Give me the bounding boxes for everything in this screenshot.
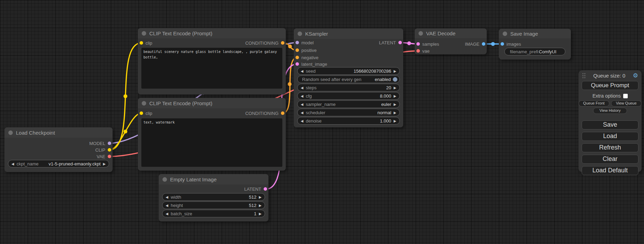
decrement-arrow-icon[interactable]: ◀	[301, 94, 303, 98]
output-slot-model[interactable]: MODEL	[89, 140, 111, 147]
denoise-widget[interactable]: ◀ denoise 1.000 ▶	[297, 117, 400, 125]
latent-input-dot[interactable]	[416, 42, 420, 46]
drag-handle-icon[interactable]	[582, 73, 586, 79]
node-header[interactable]: Load Checkpoint	[5, 127, 113, 138]
conditioning-output-dot[interactable]	[281, 111, 284, 115]
node-collapse-dot-icon[interactable]	[162, 177, 167, 182]
steps-widget[interactable]: ◀ steps 20 ▶	[297, 84, 400, 91]
input-slot-clip[interactable]: clip	[140, 110, 152, 117]
sampler-name-widget[interactable]: ◀ sampler_name euler ▶	[297, 100, 400, 108]
decrement-arrow-icon[interactable]: ◀	[166, 212, 168, 216]
queue-prompt-button[interactable]: Queue Prompt	[582, 81, 638, 90]
settings-gear-icon[interactable]: ⚙	[633, 73, 638, 79]
clip-input-dot[interactable]	[140, 41, 143, 45]
node-collapse-dot-icon[interactable]	[8, 130, 13, 135]
output-slot-latent[interactable]: LATENT	[244, 186, 267, 192]
latent-output-dot[interactable]	[264, 187, 267, 191]
cfg-widget[interactable]: ◀ cfg 8.000 ▶	[297, 92, 400, 100]
queue-front-button[interactable]: Queue Front	[579, 100, 609, 107]
node-clip-text-encode-positive[interactable]: CLIP Text Encode (Prompt) clip CONDITION…	[138, 28, 286, 94]
node-graph-canvas[interactable]: Load Checkpoint MODEL CLIP VAE ◀ ckpt_na…	[0, 0, 644, 244]
filename-prefix-widget[interactable]: filename_prefix ComfyUI	[504, 48, 565, 55]
conditioning-input-dot[interactable]	[295, 48, 299, 52]
queue-panel[interactable]: Queue size: 0 ⚙ Queue Prompt Extra optio…	[579, 70, 642, 172]
node-collapse-dot-icon[interactable]	[298, 31, 302, 36]
node-header[interactable]: CLIP Text Encode (Prompt)	[138, 28, 286, 38]
view-history-button[interactable]: View History	[593, 108, 627, 114]
vae-input-dot[interactable]	[416, 49, 420, 53]
node-header[interactable]: Save Image	[499, 29, 571, 38]
conditioning-output-dot[interactable]	[281, 41, 284, 45]
node-save-image[interactable]: Save Image images filename_prefix ComfyU…	[499, 29, 571, 60]
prompt-textarea[interactable]: text, watermark	[141, 118, 282, 167]
node-collapse-dot-icon[interactable]	[418, 31, 423, 36]
decrement-arrow-icon[interactable]: ◀	[301, 102, 303, 106]
node-load-checkpoint[interactable]: Load Checkpoint MODEL CLIP VAE ◀ ckpt_na…	[5, 127, 113, 172]
prompt-textarea[interactable]: beautiful scenery nature glass bottle la…	[141, 48, 282, 89]
increment-arrow-icon[interactable]: ▶	[103, 162, 106, 166]
input-slot-latent-image[interactable]: latent_image	[295, 61, 327, 67]
load-default-button[interactable]: Load Default	[582, 166, 638, 175]
decrement-arrow-icon[interactable]: ◀	[166, 204, 168, 207]
scheduler-widget[interactable]: ◀ scheduler normal ▶	[297, 109, 400, 116]
output-slot-image[interactable]: IMAGE	[465, 40, 485, 47]
input-slot-negative[interactable]: negative	[295, 54, 318, 61]
node-empty-latent-image[interactable]: Empty Latent Image LATENT ◀ width 512 ▶ …	[159, 174, 268, 222]
vae-output-dot[interactable]	[108, 155, 111, 158]
input-slot-images[interactable]: images	[501, 40, 521, 47]
toggle-on-icon[interactable]	[393, 77, 397, 82]
increment-arrow-icon[interactable]: ▶	[259, 195, 262, 199]
view-queue-button[interactable]: View Queue	[611, 100, 642, 107]
input-slot-model[interactable]: model	[295, 39, 314, 46]
input-slot-samples[interactable]: samples	[416, 40, 439, 47]
node-header[interactable]: CLIP Text Encode (Prompt)	[138, 98, 286, 108]
node-vae-decode[interactable]: VAE Decode samples IMAGE vae	[415, 28, 487, 54]
node-clip-text-encode-negative[interactable]: CLIP Text Encode (Prompt) clip CONDITION…	[138, 98, 286, 171]
increment-arrow-icon[interactable]: ▶	[259, 204, 262, 207]
output-slot-vae[interactable]: VAE	[97, 153, 111, 160]
input-slot-clip[interactable]: clip	[140, 39, 152, 46]
seed-widget[interactable]: ◀ seed 156680208700286 ▶	[297, 67, 400, 75]
extra-options-checkbox[interactable]	[623, 94, 628, 98]
node-collapse-dot-icon[interactable]	[142, 31, 146, 36]
ckpt-name-widget[interactable]: ◀ ckpt_name v1-5-pruned-emaonly.ckpt ▶	[8, 160, 109, 168]
increment-arrow-icon[interactable]: ▶	[394, 94, 396, 98]
output-slot-conditioning[interactable]: CONDITIONING	[245, 110, 284, 117]
node-collapse-dot-icon[interactable]	[503, 31, 507, 36]
decrement-arrow-icon[interactable]: ◀	[301, 111, 303, 115]
increment-arrow-icon[interactable]: ▶	[394, 69, 396, 73]
height-widget[interactable]: ◀ height 512 ▶	[162, 201, 265, 209]
node-header[interactable]: VAE Decode	[415, 28, 487, 38]
clear-button[interactable]: Clear	[582, 155, 638, 164]
clip-output-dot[interactable]	[108, 148, 111, 152]
increment-arrow-icon[interactable]: ▶	[259, 212, 262, 216]
decrement-arrow-icon[interactable]: ◀	[301, 69, 303, 73]
width-widget[interactable]: ◀ width 512 ▶	[162, 193, 265, 201]
latent-output-dot[interactable]	[398, 41, 402, 44]
model-output-dot[interactable]	[108, 142, 111, 145]
node-ksampler[interactable]: KSampler model LATENT positive negative …	[294, 28, 403, 127]
load-button[interactable]: Load	[582, 132, 638, 141]
input-slot-vae[interactable]: vae	[416, 47, 430, 54]
input-slot-positive[interactable]: positive	[295, 47, 317, 54]
random-seed-toggle-widget[interactable]: Random seed after every gen enabled	[297, 75, 400, 83]
increment-arrow-icon[interactable]: ▶	[394, 102, 396, 106]
save-button[interactable]: Save	[582, 120, 638, 129]
node-collapse-dot-icon[interactable]	[142, 101, 146, 106]
conditioning-input-dot[interactable]	[295, 56, 299, 59]
decrement-arrow-icon[interactable]: ◀	[11, 162, 14, 166]
node-header[interactable]: Empty Latent Image	[159, 174, 268, 184]
node-header[interactable]: KSampler	[294, 28, 403, 39]
refresh-button[interactable]: Refresh	[582, 143, 638, 152]
model-input-dot[interactable]	[295, 41, 299, 44]
image-output-dot[interactable]	[482, 42, 485, 46]
image-input-dot[interactable]	[501, 42, 504, 46]
decrement-arrow-icon[interactable]: ◀	[166, 195, 168, 199]
batch-size-widget[interactable]: ◀ batch_size 1 ▶	[162, 210, 265, 217]
output-slot-latent[interactable]: LATENT	[379, 39, 402, 46]
output-slot-clip[interactable]: CLIP	[95, 146, 111, 153]
output-slot-conditioning[interactable]: CONDITIONING	[245, 39, 284, 46]
increment-arrow-icon[interactable]: ▶	[394, 119, 396, 123]
decrement-arrow-icon[interactable]: ◀	[301, 119, 303, 123]
latent-input-dot[interactable]	[295, 62, 299, 66]
